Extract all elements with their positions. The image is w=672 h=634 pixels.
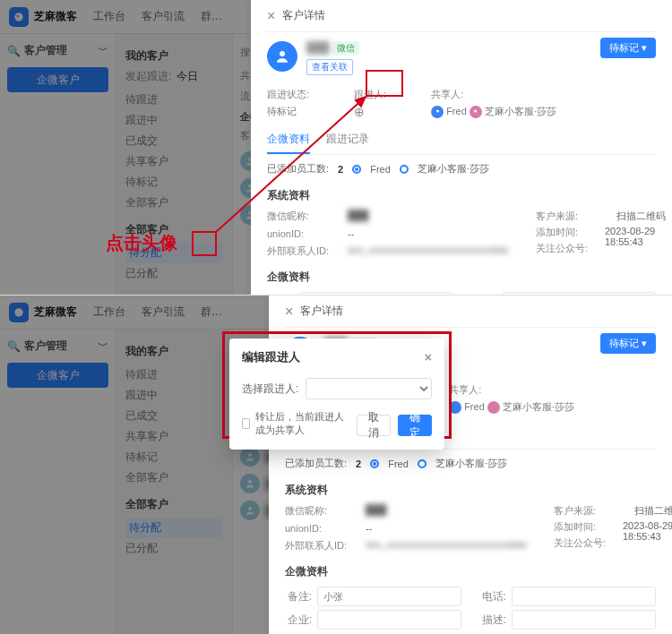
svg-point-12 bbox=[248, 507, 252, 510]
section-enterprise: 企微资料 bbox=[267, 270, 656, 285]
leftnav-section: 客户管理 bbox=[24, 43, 67, 58]
phone-input[interactable] bbox=[503, 292, 656, 295]
wechat-tag: 微信 bbox=[332, 41, 359, 56]
svg-line-8 bbox=[215, 97, 366, 233]
topnav-item[interactable]: 群… bbox=[201, 9, 222, 24]
transfer-checkbox[interactable] bbox=[242, 418, 250, 429]
company-input[interactable] bbox=[317, 610, 461, 630]
remark-input[interactable] bbox=[317, 587, 461, 606]
detail-title: 客户详情 bbox=[282, 8, 325, 23]
avatar-icon bbox=[240, 501, 260, 520]
avatar-icon bbox=[470, 106, 482, 118]
cancel-button[interactable]: 取 消 bbox=[357, 415, 391, 436]
brand: 芝麻微客 bbox=[9, 7, 77, 27]
mid-column: 我的客户 待跟进 跟进中 已成交 共享客户 待标记 全部客户 全部客户 待分配 … bbox=[116, 330, 233, 634]
desc-input[interactable] bbox=[512, 610, 656, 630]
avatar-icon bbox=[431, 106, 444, 118]
brand-logo-icon bbox=[9, 7, 29, 27]
screenshot-top: 芝麻微客 工作台 客户引流 群… 🔍 客户管理 ﹀ 企微客户 我的客户 发起跟进… bbox=[0, 0, 672, 296]
search-icon: 🔍 bbox=[7, 340, 21, 353]
checkbox-label: 转让后，当前跟进人成为共享人 bbox=[255, 410, 351, 437]
dialog-select-label: 选择跟进人: bbox=[242, 381, 298, 397]
avatar-icon bbox=[240, 474, 260, 493]
edit-owner-dialog: 编辑跟进人× 选择跟进人: 转让后，当前跟进人成为共享人 取 消 确 定 bbox=[229, 338, 444, 450]
phone-input[interactable] bbox=[512, 587, 656, 606]
brand-logo-icon bbox=[9, 303, 29, 322]
svg-point-0 bbox=[14, 13, 22, 21]
svg-point-10 bbox=[248, 453, 252, 457]
annotation-text: 点击头像 bbox=[106, 231, 177, 255]
svg-point-6 bbox=[436, 109, 439, 112]
owner-select[interactable] bbox=[306, 378, 432, 399]
enterprise-customer-button[interactable]: 企微客户 bbox=[7, 363, 108, 388]
enterprise-customer-button[interactable]: 企微客户 bbox=[7, 67, 108, 92]
avatar-icon bbox=[240, 447, 260, 467]
svg-point-11 bbox=[248, 480, 252, 484]
brand-name: 芝麻微客 bbox=[34, 9, 77, 24]
left-nav: 🔍客户管理﹀ 企微客户 bbox=[0, 330, 116, 634]
remark-input[interactable] bbox=[299, 292, 452, 295]
chevron-down-icon: ﹀ bbox=[98, 43, 108, 58]
top-nav: 工作台 客户引流 群… bbox=[93, 9, 222, 24]
search-icon: 🔍 bbox=[7, 45, 21, 57]
dialog-close-icon[interactable]: × bbox=[425, 350, 432, 364]
ok-button[interactable]: 确 定 bbox=[398, 415, 432, 436]
midcol-item[interactable]: 已分配 bbox=[125, 263, 223, 284]
close-icon[interactable]: × bbox=[285, 304, 293, 320]
svg-point-9 bbox=[14, 308, 22, 316]
related-link[interactable]: 查看关联 bbox=[306, 59, 353, 75]
annotation-arrow-icon bbox=[206, 90, 376, 242]
svg-point-7 bbox=[474, 109, 477, 112]
staff-radio[interactable] bbox=[400, 165, 409, 174]
svg-point-5 bbox=[280, 51, 285, 56]
close-icon[interactable]: × bbox=[267, 8, 275, 24]
tag-status-button[interactable]: 待标记 ▾ bbox=[600, 333, 656, 354]
share-person: Fred 芝麻小客服·莎莎 bbox=[431, 105, 556, 118]
tag-status-button[interactable]: 待标记 ▾ bbox=[600, 38, 656, 58]
screenshot-bottom: 芝麻微客 工作台 客户引流 群… 🔍客户管理﹀ 企微客户 我的客户 待跟进 跟进… bbox=[0, 296, 672, 634]
dialog-title: 编辑跟进人 bbox=[242, 349, 300, 365]
svg-point-1 bbox=[17, 14, 19, 16]
midcol-section-my: 我的客户 bbox=[125, 48, 223, 64]
left-nav: 🔍 客户管理 ﹀ 企微客户 bbox=[0, 34, 116, 295]
topnav-item[interactable]: 工作台 bbox=[93, 9, 125, 24]
avatar-icon bbox=[267, 41, 297, 72]
topnav-item[interactable]: 客户引流 bbox=[142, 9, 185, 24]
